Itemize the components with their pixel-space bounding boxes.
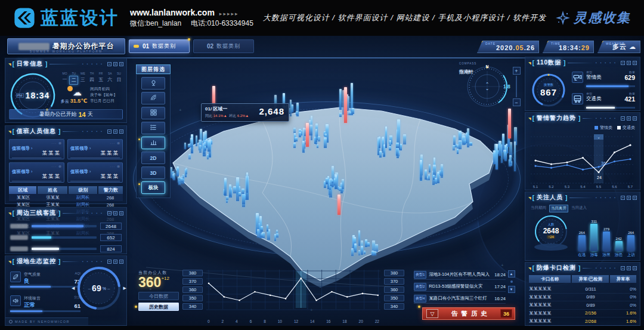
layer-filter-title: 图层筛选 <box>136 64 171 74</box>
weekday-cn: 二 <box>69 76 78 85</box>
focus-bar-column: 264在逃 <box>578 208 586 258</box>
tool-2D-button[interactable]: 2D <box>141 152 165 164</box>
maximize-icon[interactable] <box>113 260 117 264</box>
svg-text:5.2: 5.2 <box>549 185 554 189</box>
focus-bar-column: 279涉黑 <box>602 208 611 258</box>
focus-tab[interactable]: 当日离开 <box>549 205 568 212</box>
expand-icon[interactable] <box>633 61 637 65</box>
expand-icon[interactable] <box>633 196 637 200</box>
map-tooltip: 01/ 区域一 同比 14.1%▲ 环比 6.2%▲ 2,648 <box>201 103 289 122</box>
expand-icon[interactable] <box>119 62 123 66</box>
today-data-button[interactable]: 今日数据 <box>138 292 179 300</box>
list-icon <box>150 124 157 132</box>
scroll-up-icon[interactable]: ▲ <box>508 270 515 277</box>
history-data-button[interactable]: 历史数据 <box>138 303 179 311</box>
minimize-icon[interactable] <box>107 62 112 66</box>
alert-history-banner[interactable]: ▽ 告警历史 36 <box>422 307 515 320</box>
tool-3D-button[interactable]: 3D <box>141 166 165 179</box>
legend-item[interactable]: 警情类 <box>595 125 612 131</box>
checkpoint-rate: 0% <box>609 286 636 292</box>
expand-icon[interactable] <box>633 266 637 270</box>
panel-corner-tick: ◥ <box>528 196 531 200</box>
minimize-icon[interactable] <box>107 211 112 215</box>
duty-leader-card[interactable]: 值班领导›··· ⊗某某某 <box>9 139 64 159</box>
maximize-icon[interactable] <box>627 116 631 121</box>
zoom-out-button[interactable]: − <box>513 98 521 106</box>
map-3d[interactable] <box>140 94 522 291</box>
tooltip-value: 2,648 <box>259 106 284 116</box>
time-plate: TIME 18:34:29 <box>543 41 594 53</box>
card-controls-icon[interactable]: ··· ⊗ <box>110 164 120 168</box>
alert-row[interactable]: 类型2RD13-53烟感报警疑似火灾17:24 <box>414 282 506 292</box>
maximize-icon[interactable] <box>113 129 117 134</box>
expand-icon[interactable] <box>633 116 637 121</box>
maximize-icon[interactable] <box>627 61 631 65</box>
duty-leader-card[interactable]: 值班领导›··· ⊗某某某 <box>67 139 123 159</box>
zoom-in-button[interactable]: + <box>513 67 521 75</box>
legend-swatch <box>617 126 621 129</box>
duty-leader-name: 某某某 <box>101 150 120 157</box>
focus-bar-column: 242涉恐 <box>615 208 623 258</box>
tool-板块-button[interactable]: 板块 <box>141 181 165 194</box>
tool-cam-button[interactable] <box>141 77 165 90</box>
office-count-block: 当前办公人数 360+12 今日数据 历史数据 <box>138 270 181 323</box>
focus-bar-value: 242 <box>616 237 622 240</box>
minimize-icon[interactable] <box>107 260 112 264</box>
panel-header-dots: • • • • • <box>82 62 103 66</box>
weather-block: ☁ 多云31.5℃ 闰四月初四庚子年【鼠年】辛巳月 己巳日 <box>60 86 125 104</box>
brand-name: 蓝蓝设计 <box>41 9 119 27</box>
tab-data-category-2[interactable]: 02数据类别 <box>193 39 254 53</box>
gauge-left-arrow[interactable]: ◀ <box>72 286 75 291</box>
checkpoint-ratio: 2/268 <box>572 319 609 324</box>
maximize-icon[interactable] <box>627 196 631 200</box>
map-zoom-control: + 1.8 − <box>512 67 521 109</box>
duty-table-header: 区域姓名级别警力数 <box>9 186 123 194</box>
minimize-icon[interactable] <box>621 116 625 121</box>
checkpoint-name: 某某某某某 <box>529 318 572 324</box>
x-tick-label: 16 <box>326 319 330 323</box>
alert-text: RD13-53烟感报警疑似火灾 <box>429 283 493 289</box>
panel-title: 关注人员 <box>537 193 563 202</box>
scroll-down-icon[interactable]: ▼ <box>508 286 515 293</box>
expand-icon[interactable] <box>119 260 123 264</box>
focus-bar-category: 涉恐 <box>615 252 623 258</box>
minimize-icon[interactable] <box>621 196 625 200</box>
panel-duty-personnel: ◥[值班人员信息]• • • • • 值班领导›··· ⊗某某某值班领导›···… <box>5 125 127 204</box>
svg-text:⌄: ⌄ <box>597 135 600 139</box>
brand-url[interactable]: www.lanlanwork.com <box>130 8 215 17</box>
card-controls-icon[interactable]: ··· ⊗ <box>51 141 62 145</box>
x-tick-label: 14 <box>310 319 314 323</box>
legend-item[interactable]: 交通类 <box>617 125 635 131</box>
card-controls-icon[interactable]: ··· ⊗ <box>110 141 120 145</box>
alert-row[interactable]: 类型4某路口有小汽车连闯三个红灯16:24 <box>414 294 506 304</box>
expand-icon[interactable] <box>119 129 123 134</box>
lunar-line: 闰四月初四 <box>90 86 125 92</box>
focus-bar-category: 涉黑 <box>602 252 610 258</box>
duty-leader-card[interactable]: 值班领导›··· ⊗某某某 <box>67 162 123 183</box>
category-bar-track <box>586 85 635 87</box>
tool-list-button[interactable] <box>141 122 165 134</box>
focus-tab[interactable]: 当日期间 <box>530 205 547 212</box>
tab-pill-decoration <box>134 45 139 48</box>
speaker-icon <box>10 295 21 306</box>
tab-data-category-1[interactable]: 01数据类别 <box>129 39 190 53</box>
checkpoint-header-cell: 卡口名称 <box>529 275 571 283</box>
maximize-icon[interactable] <box>627 266 631 270</box>
zoom-track[interactable] <box>516 76 517 97</box>
gauge-right-arrow[interactable]: ▶ <box>123 286 126 291</box>
minimize-icon[interactable] <box>621 61 625 65</box>
tool-radar-button[interactable] <box>141 92 165 104</box>
minimize-icon[interactable] <box>621 266 625 270</box>
minimize-icon[interactable] <box>107 129 112 134</box>
tool-chart-button[interactable] <box>141 137 165 149</box>
maximize-icon[interactable] <box>113 211 117 215</box>
duty-leader-card[interactable]: 值班领导›··· ⊗某某某 <box>9 162 64 183</box>
tool-grid-button[interactable] <box>141 107 165 119</box>
panel-header-line <box>583 268 593 269</box>
alert-row[interactable]: 类型1湿地3-104片区有不明人员闯入18:24 <box>414 270 506 280</box>
clock-time: 18:34 <box>26 91 50 100</box>
expand-icon[interactable] <box>119 211 123 215</box>
maximize-icon[interactable] <box>113 62 117 66</box>
inspiration-collect-button[interactable]: 灵感收集 <box>556 9 631 27</box>
card-controls-icon[interactable]: ··· ⊗ <box>51 164 62 168</box>
